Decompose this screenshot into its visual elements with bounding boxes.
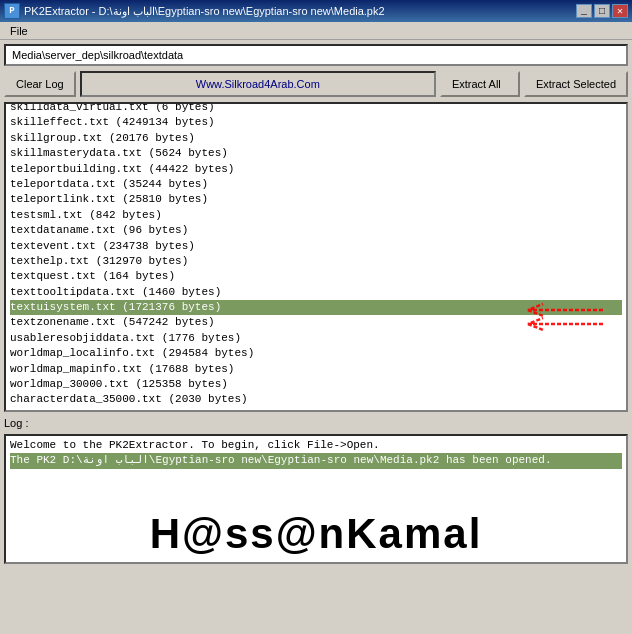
menu-bar: File [0,22,632,40]
file-list[interactable]: skilldata_virtual.txt (6 bytes)skilleffe… [6,104,626,410]
title-bar-left: P PK2Extractor - D:\الباب اونة\Egyptian-… [4,3,385,19]
path-bar: Media\server_dep\silkroad\textdata [4,44,628,66]
window-controls: _ □ ✕ [576,4,628,18]
list-item[interactable]: skillmasterydata.txt (5624 bytes) [10,146,622,161]
list-item[interactable]: worldmap_localinfo.txt (294584 bytes) [10,346,622,361]
list-item[interactable]: teleportbuilding.txt (44422 bytes) [10,162,622,177]
close-button[interactable]: ✕ [612,4,628,18]
log-panel: Welcome to the PK2Extractor. To begin, c… [4,434,628,564]
list-item[interactable]: textdataname.txt (96 bytes) [10,223,622,238]
log-content: Welcome to the PK2Extractor. To begin, c… [6,436,626,500]
extract-selected-button[interactable]: Extract Selected [524,71,628,97]
watermark-text: H@ss@nKamal [6,510,626,558]
list-item[interactable]: skillgroup.txt (20176 bytes) [10,131,622,146]
list-item[interactable]: texttooltipdata.txt (1460 bytes) [10,285,622,300]
log-line: The PK2 D:\الباب اونة\Egyptian-sro new\E… [10,453,622,468]
extract-all-button[interactable]: Extract All [440,71,520,97]
list-item[interactable]: worldmap_30000.txt (125358 bytes) [10,377,622,392]
list-item[interactable]: usableresobjiddata.txt (1776 bytes) [10,331,622,346]
window-content: Media\server_dep\silkroad\textdata Clear… [0,40,632,568]
log-line: Welcome to the PK2Extractor. To begin, c… [10,438,622,453]
list-item[interactable]: teleportlink.txt (25810 bytes) [10,192,622,207]
window-title: PK2Extractor - D:\الباب اونة\Egyptian-sr… [24,5,385,18]
list-item[interactable]: textzonename.txt (547242 bytes) [10,315,622,330]
maximize-button[interactable]: □ [594,4,610,18]
list-item[interactable]: worldmap_mapinfo.txt (17688 bytes) [10,362,622,377]
menu-file[interactable]: File [4,23,34,39]
toolbar: Clear Log Www.Silkroad4Arab.Com Extract … [4,69,628,99]
list-item[interactable]: textquest.txt (164 bytes) [10,269,622,284]
minimize-button[interactable]: _ [576,4,592,18]
path-value: Media\server_dep\silkroad\textdata [12,49,183,61]
title-bar: P PK2Extractor - D:\الباب اونة\Egyptian-… [0,0,632,22]
list-item[interactable]: textuisystem.txt (1721376 bytes) [10,300,622,315]
watermark-area: H@ss@nKamal [6,500,626,562]
file-list-panel: skilldata_virtual.txt (6 bytes)skilleffe… [4,102,628,412]
list-item[interactable]: textevent.txt (234738 bytes) [10,239,622,254]
list-item[interactable]: testsml.txt (842 bytes) [10,208,622,223]
list-item[interactable]: skilleffect.txt (4249134 bytes) [10,115,622,130]
list-item[interactable]: texthelp.txt (312970 bytes) [10,254,622,269]
app-icon: P [4,3,20,19]
list-item[interactable]: characterdata_35000.txt (2030 bytes) [10,392,622,407]
clear-log-button[interactable]: Clear Log [4,71,76,97]
log-label: Log : [4,415,628,431]
url-display: Www.Silkroad4Arab.Com [80,71,436,97]
list-item[interactable]: teleportdata.txt (35244 bytes) [10,177,622,192]
list-item[interactable]: skilldata_virtual.txt (6 bytes) [10,104,622,115]
